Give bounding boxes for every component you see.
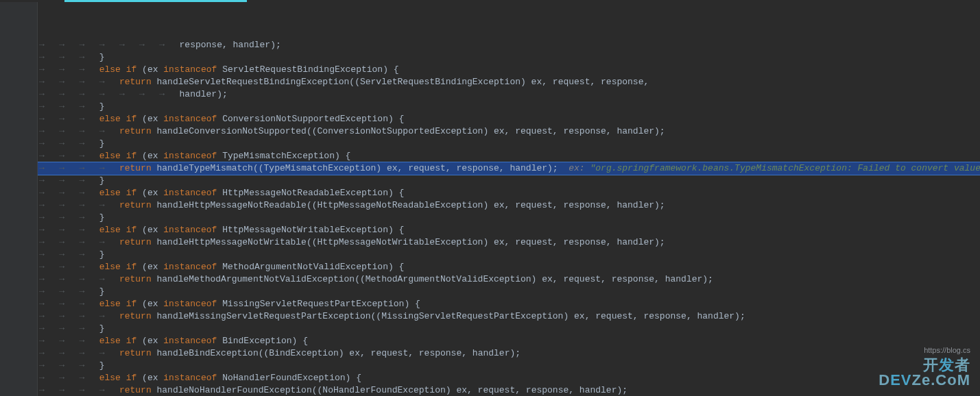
token-p: (( xyxy=(307,200,318,210)
indent-guide-icon xyxy=(39,237,43,247)
token-p: ( xyxy=(142,373,147,383)
token-p: ) xyxy=(521,77,531,87)
indent-guide-icon xyxy=(79,237,83,247)
token-id: handler xyxy=(579,385,617,395)
code-line[interactable]: else if (ex instanceof BindException) { xyxy=(38,335,980,347)
token-kw: else if xyxy=(99,262,142,272)
code-line[interactable]: handler); xyxy=(38,88,980,101)
token-id: ex xyxy=(147,151,163,161)
token-id: request xyxy=(515,237,553,247)
code-line[interactable]: else if (ex instanceof ServletRequestBin… xyxy=(38,64,980,76)
token-id: TypeMismatchException xyxy=(264,163,377,173)
token-p: } xyxy=(99,175,105,186)
token-p: ) { xyxy=(388,114,404,124)
token-p: , xyxy=(553,274,564,284)
code-editor[interactable]: response, handler); } else if (ex instan… xyxy=(0,2,980,396)
code-line[interactable]: return handleMissingServletRequestPartEx… xyxy=(38,310,980,323)
indent-guide-icon xyxy=(39,299,43,309)
code-line[interactable]: } xyxy=(38,249,980,261)
code-line[interactable]: } xyxy=(38,51,980,64)
token-id: ServletRequestBindingException xyxy=(222,64,383,75)
code-line[interactable]: return handleHttpMessageNotWritable((Htt… xyxy=(38,236,980,249)
indent-guide-icon xyxy=(59,286,63,297)
token-p: } xyxy=(99,286,105,297)
token-fn: handleHttpMessageNotReadable xyxy=(156,200,306,210)
indent-guide-icon xyxy=(99,163,104,173)
token-kw: return xyxy=(119,274,157,284)
indent-guide-icon xyxy=(79,286,83,297)
code-line[interactable]: } xyxy=(38,286,980,298)
code-line[interactable]: } xyxy=(38,138,980,150)
token-id: handler xyxy=(697,311,734,321)
indent-guide-icon xyxy=(39,89,43,99)
token-kw: instanceof xyxy=(163,225,222,235)
code-line[interactable]: return handleServletRequestBindingExcept… xyxy=(38,76,980,88)
token-p: ( xyxy=(142,151,147,161)
token-fn: handleMethodArgumentNotValidException xyxy=(156,274,355,284)
token-p: , xyxy=(360,348,371,358)
token-p: ) { xyxy=(346,373,361,383)
code-line[interactable]: else if (ex instanceof ConversionNotSupp… xyxy=(38,113,980,125)
code-line[interactable]: return handleConversionNotSupported((Con… xyxy=(38,125,980,138)
token-kw: return xyxy=(119,163,157,173)
token-id: ex xyxy=(147,64,163,75)
code-line[interactable]: else if (ex instanceof TypeMismatchExcep… xyxy=(38,150,980,162)
token-kw: return xyxy=(119,200,157,210)
token-p: , xyxy=(601,274,612,284)
code-line[interactable]: else if (ex instanceof NoHandlerFoundExc… xyxy=(38,372,980,384)
token-p: ( xyxy=(142,188,147,198)
token-p: ); xyxy=(547,163,569,173)
code-line[interactable]: return handleBindException((BindExceptio… xyxy=(38,347,980,360)
code-line[interactable]: } xyxy=(38,323,980,335)
indent-guide-icon xyxy=(59,188,63,198)
token-p: ) { xyxy=(404,299,420,309)
indent-guide-icon xyxy=(159,40,163,50)
code-line[interactable]: response, handler); xyxy=(38,39,980,51)
indent-guide-icon xyxy=(79,52,83,62)
indent-guide-icon xyxy=(79,163,83,173)
watermark: https://blog.cs 开发者 DEVZe.CoM xyxy=(879,344,970,388)
code-line[interactable]: } xyxy=(38,101,980,113)
token-id: ex xyxy=(456,385,467,395)
token-p: ( xyxy=(142,262,147,272)
indent-guide-icon xyxy=(99,385,104,395)
code-line[interactable]: else if (ex instanceof HttpMessageNotWri… xyxy=(38,224,980,236)
token-p: , xyxy=(553,237,564,247)
code-line[interactable]: } xyxy=(38,360,980,372)
token-id: response xyxy=(563,237,606,247)
token-p: , xyxy=(515,385,526,395)
token-p: ) { xyxy=(335,151,350,161)
token-id: BindException xyxy=(222,336,291,346)
code-line[interactable]: return handleTypeMismatch((TypeMismatchE… xyxy=(38,162,980,175)
code-line[interactable]: } xyxy=(38,175,980,187)
token-id: response xyxy=(612,274,654,284)
token-p: } xyxy=(99,249,105,260)
indent-guide-icon xyxy=(99,348,104,358)
token-kw: return xyxy=(119,348,157,358)
indent-guide-icon xyxy=(39,385,43,395)
indent-guide-icon xyxy=(79,360,83,371)
token-p: ); xyxy=(654,126,665,136)
indent-guide-icon xyxy=(39,225,43,235)
code-line[interactable]: else if (ex instanceof HttpMessageNotRea… xyxy=(38,187,980,199)
indent-guide-icon xyxy=(39,101,43,112)
indent-guide-icon xyxy=(79,323,83,334)
token-p: ( xyxy=(142,114,147,124)
code-line[interactable]: else if (ex instanceof MissingServletReq… xyxy=(38,298,980,310)
code-line[interactable]: return handleMethodArgumentNotValidExcep… xyxy=(38,273,980,286)
token-p: ); xyxy=(617,385,628,395)
token-p: } xyxy=(99,52,105,62)
token-p: , xyxy=(686,311,697,321)
token-p: , xyxy=(585,311,596,321)
indent-guide-icon xyxy=(59,200,63,210)
code-line[interactable]: return handleNoHandlerFoundException((No… xyxy=(38,384,980,396)
indent-guide-icon xyxy=(59,274,63,284)
code-line[interactable]: else if (ex instanceof MethodArgumentNot… xyxy=(38,261,980,273)
token-kw: else if xyxy=(99,188,142,198)
token-id: handler xyxy=(510,163,547,173)
editor-gutter xyxy=(0,2,38,396)
code-line[interactable]: } xyxy=(38,212,980,224)
code-content[interactable]: response, handler); } else if (ex instan… xyxy=(38,39,980,396)
code-line[interactable]: return handleHttpMessageNotReadable((Htt… xyxy=(38,199,980,212)
token-id: request xyxy=(408,163,446,173)
